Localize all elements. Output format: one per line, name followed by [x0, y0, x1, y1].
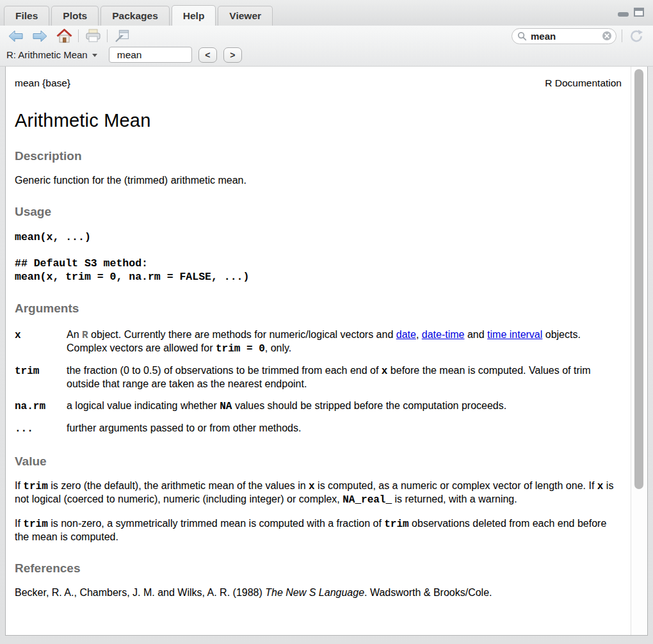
inline-code: NA_real_	[343, 494, 392, 506]
argument-description: An R object. Currently there are methods…	[67, 328, 622, 364]
topic-forward-button[interactable]: >	[223, 47, 242, 63]
argument-name: x	[15, 328, 67, 364]
scrollbar-thumb[interactable]	[634, 69, 643, 489]
refresh-button[interactable]	[627, 28, 645, 44]
doc-link[interactable]: date	[396, 329, 416, 340]
inline-code: trim = 0	[216, 343, 265, 355]
tab-files[interactable]: Files	[4, 6, 49, 26]
section-heading-references: References	[15, 561, 622, 576]
topic-back-button[interactable]: <	[198, 47, 217, 63]
search-icon	[517, 31, 527, 41]
section-heading-arguments: Arguments	[15, 302, 622, 316]
print-button[interactable]	[84, 28, 102, 44]
tab-help[interactable]: Help	[172, 5, 216, 26]
help-document: mean {base} R Documentation Arithmetic M…	[6, 67, 631, 635]
inline-code: x	[597, 481, 604, 492]
clear-search-icon[interactable]	[602, 31, 612, 41]
value-paragraph: If trim is non-zero, a symmetrically tri…	[15, 517, 622, 543]
vertical-scrollbar[interactable]	[631, 67, 647, 635]
refresh-icon	[629, 29, 644, 44]
inline-code: trim	[23, 481, 47, 492]
forward-arrow-icon	[33, 30, 47, 42]
help-topic-row: R: Arithmetic Mean < >	[0, 46, 653, 66]
tab-viewer[interactable]: Viewer	[218, 6, 273, 26]
section-heading-value: Value	[15, 455, 622, 469]
argument-name: trim	[15, 364, 67, 399]
help-search-input[interactable]	[531, 31, 602, 42]
doc-meta-row: mean {base} R Documentation	[15, 77, 622, 89]
toolbar-separator	[78, 29, 79, 42]
pane-tab-bar: Files Plots Packages Help Viewer	[0, 0, 653, 26]
references-text: Becker, R. A., Chambers, J. M. and Wilks…	[15, 586, 622, 599]
window-controls	[618, 8, 644, 17]
argument-row: ... further arguments passed to or from …	[15, 422, 622, 444]
argument-name: na.rm	[15, 399, 67, 422]
toolbar-separator	[107, 29, 108, 42]
open-in-new-window-icon	[115, 29, 129, 43]
home-icon	[56, 29, 72, 44]
argument-row: na.rm a logical value indicating whether…	[15, 399, 622, 422]
doc-package-label: mean {base}	[15, 77, 70, 89]
rstudio-help-pane: Files Plots Packages Help Viewer	[0, 0, 653, 644]
minimize-pane-icon[interactable]	[618, 12, 629, 17]
maximize-pane-icon[interactable]	[634, 8, 644, 17]
print-icon	[85, 29, 101, 43]
forward-button[interactable]	[31, 28, 49, 44]
help-toolbar-main-row	[0, 26, 653, 46]
inline-code: R	[82, 330, 88, 341]
section-heading-description: Description	[15, 149, 622, 163]
argument-description: further arguments passed to or from othe…	[67, 422, 622, 444]
inline-code: trim	[23, 519, 47, 530]
page-title: Arithmetic Mean	[15, 110, 622, 131]
argument-name: ...	[15, 422, 67, 444]
inline-code: x	[382, 366, 388, 377]
doc-type-label: R Documentation	[545, 77, 622, 89]
argument-description: the fraction (0 to 0.5) of observations …	[67, 364, 622, 399]
show-in-new-window-button[interactable]	[113, 28, 131, 44]
toolbar-separator	[622, 29, 622, 42]
topic-search-input[interactable]	[109, 47, 192, 63]
argument-row: x An R object. Currently there are metho…	[15, 328, 622, 364]
italic-text: The New S Language	[265, 587, 364, 598]
arguments-table: x An R object. Currently there are metho…	[15, 328, 622, 444]
help-search-box	[512, 28, 617, 44]
argument-description: a logical value indicating whether NA va…	[67, 399, 622, 422]
home-button[interactable]	[55, 28, 73, 44]
inline-code: NA	[220, 401, 232, 412]
tab-plots[interactable]: Plots	[51, 6, 99, 26]
inline-code: trim	[384, 519, 408, 530]
back-button[interactable]	[6, 28, 24, 44]
doc-link[interactable]: time interval	[487, 329, 542, 340]
value-paragraph: If trim is zero (the default), the arith…	[15, 479, 622, 506]
topic-dropdown[interactable]: R: Arithmetic Mean	[6, 49, 97, 60]
description-text: Generic function for the (trimmed) arith…	[15, 174, 622, 187]
chevron-down-icon	[92, 54, 97, 57]
inline-code: x	[309, 481, 315, 492]
help-toolbar: R: Arithmetic Mean < >	[0, 26, 653, 67]
doc-link[interactable]: date-time	[422, 329, 465, 340]
section-heading-usage: Usage	[15, 205, 622, 219]
usage-code-block: mean(x, ...) ## Default S3 method: mean(…	[15, 231, 622, 284]
topic-dropdown-label: R: Arithmetic Mean	[6, 49, 88, 60]
back-arrow-icon	[8, 30, 23, 42]
tab-packages[interactable]: Packages	[101, 6, 170, 26]
help-content-frame: mean {base} R Documentation Arithmetic M…	[5, 66, 648, 636]
argument-row: trim the fraction (0 to 0.5) of observat…	[15, 364, 622, 399]
